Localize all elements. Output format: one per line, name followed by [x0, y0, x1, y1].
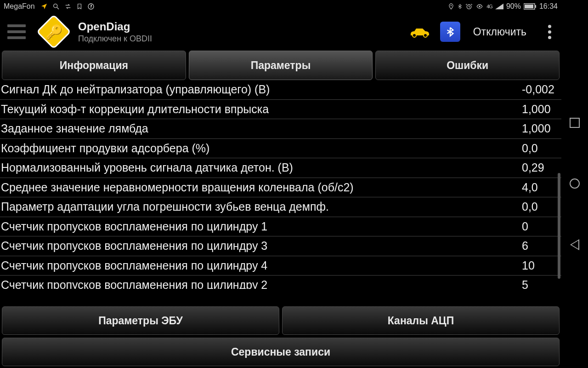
overflow-menu-button[interactable] — [543, 22, 556, 42]
param-value: 0,0 — [516, 140, 558, 157]
param-label: Счетчик пропусков воспламенения по цилин… — [1, 276, 267, 289]
system-nav-bar — [561, 0, 588, 368]
param-row[interactable]: Текущий коэф-т коррекции длительности вп… — [0, 100, 561, 120]
ecu-params-button[interactable]: Параметры ЭБУ — [2, 306, 279, 335]
loop-icon — [64, 3, 72, 10]
param-label: Нормализованный уровень сигнала датчика … — [1, 159, 293, 177]
param-row[interactable]: Коэффициент продувки адсорбера (%)0,0 — [0, 139, 561, 159]
service-records-button[interactable]: Сервисные записи — [2, 338, 560, 366]
param-value: 4,0 — [516, 179, 558, 196]
status-battery-pct: 90% — [506, 2, 521, 11]
param-value: 1,000 — [516, 101, 558, 118]
param-row[interactable]: Счетчик пропусков воспламенения по цилин… — [0, 276, 561, 289]
svg-point-9 — [413, 34, 416, 37]
svg-point-0 — [53, 4, 57, 8]
tab-params[interactable]: Параметры — [189, 51, 373, 80]
status-time: 16:34 — [539, 2, 558, 11]
svg-rect-8 — [535, 5, 536, 8]
network-icon: 4G — [486, 4, 492, 9]
param-row[interactable]: Сигнал ДК до нейтрализатора (управляющег… — [0, 80, 561, 100]
eye-icon — [475, 3, 484, 10]
car-icon[interactable] — [408, 25, 432, 39]
param-value: 6 — [516, 237, 558, 255]
param-label: Параметр адаптации угла погрешности зубь… — [1, 198, 329, 216]
param-row[interactable]: Заданное значение лямбда1,000 — [0, 119, 561, 139]
param-row[interactable]: Нормализованный уровень сигнала датчика … — [0, 158, 561, 178]
nav-arrow-icon — [40, 3, 48, 10]
param-label: Текущий коэф-т коррекции длительности вп… — [1, 101, 269, 118]
disconnect-button[interactable]: Отключить — [469, 26, 531, 38]
param-row[interactable]: Счетчик пропусков воспламенения по цилин… — [0, 236, 561, 256]
nav-home-button[interactable] — [570, 178, 580, 189]
status-carrier: MegaFon — [4, 2, 35, 11]
param-label: Заданное значение лямбда — [1, 120, 148, 138]
param-label: Счетчик пропусков воспламенения по цилин… — [1, 237, 267, 255]
tab-info[interactable]: Информация — [2, 51, 186, 80]
bluetooth-icon[interactable] — [440, 22, 460, 42]
param-label: Счетчик пропусков воспламенения по цилин… — [1, 257, 267, 275]
tab-errors[interactable]: Ошибки — [375, 51, 560, 80]
param-value: 10 — [516, 257, 558, 275]
bottom-buttons: Параметры ЭБУ Каналы АЦП Сервисные запис… — [0, 305, 561, 368]
param-value: 0 — [516, 218, 558, 236]
param-value: 1,000 — [516, 120, 558, 138]
search-icon — [52, 3, 60, 10]
status-bar: MegaFon — [0, 0, 561, 13]
location-icon — [448, 3, 454, 10]
param-value: 5 — [516, 276, 558, 289]
parameters-list[interactable]: Сигнал ДК до нейтрализатора (управляющег… — [0, 80, 561, 289]
alarm-icon — [465, 3, 473, 10]
param-value: -0,002 — [516, 81, 558, 98]
param-label: Счетчик пропусков воспламенения по цилин… — [1, 218, 267, 236]
param-label: Сигнал ДК до нейтрализатора (управляющег… — [1, 81, 270, 98]
app-bar: 🔑 OpenDiag Подключен к OBDII Отключить — [0, 13, 561, 51]
app-subtitle: Подключен к OBDII — [78, 34, 400, 44]
param-row[interactable]: Среднее значение неравномерности вращени… — [0, 178, 561, 198]
menu-button[interactable] — [4, 19, 29, 45]
param-label: Коэффициент продувки адсорбера (%) — [1, 140, 209, 157]
bluetooth-status-icon — [457, 2, 463, 11]
adc-channels-button[interactable]: Каналы АЦП — [282, 306, 560, 335]
top-tabs: Информация Параметры Ошибки — [0, 51, 561, 80]
app-title: OpenDiag — [78, 20, 400, 33]
svg-point-3 — [451, 5, 452, 6]
param-row[interactable]: Счетчик пропусков воспламенения по цилин… — [0, 217, 561, 237]
svg-rect-7 — [525, 5, 533, 8]
pinterest-icon — [87, 3, 95, 10]
svg-point-5 — [479, 6, 481, 7]
param-label: Среднее значение неравномерности вращени… — [1, 179, 354, 196]
svg-line-1 — [57, 7, 59, 9]
bookmark-icon — [76, 3, 83, 10]
param-row[interactable]: Счетчик пропусков воспламенения по цилин… — [0, 256, 561, 276]
nav-back-button[interactable] — [570, 239, 579, 250]
param-row[interactable]: Параметр адаптации угла погрешности зубь… — [0, 197, 561, 217]
param-value: 0,29 — [516, 159, 558, 177]
signal-icon — [495, 3, 503, 10]
battery-icon — [524, 3, 537, 10]
app-logo-icon: 🔑 — [38, 16, 70, 48]
nav-recent-button[interactable] — [570, 118, 580, 128]
param-value: 0,0 — [516, 198, 558, 216]
scrollbar-indicator[interactable] — [558, 173, 560, 279]
svg-point-10 — [424, 34, 427, 37]
